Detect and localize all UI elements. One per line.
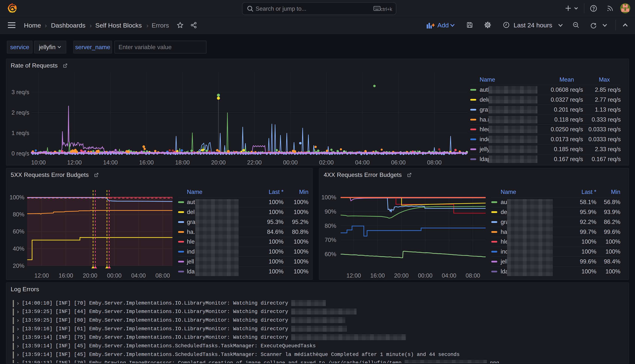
svg-text:14:00: 14:00 xyxy=(103,159,118,166)
svg-text:16:00: 16:00 xyxy=(370,272,385,279)
svg-text:00:00: 00:00 xyxy=(418,272,432,279)
svg-text:60%: 60% xyxy=(13,228,25,235)
svg-text:20:00: 20:00 xyxy=(211,159,226,166)
svg-text:12:00: 12:00 xyxy=(67,159,82,166)
svg-text:40%: 40% xyxy=(13,246,25,252)
svg-text:10:00: 10:00 xyxy=(31,159,46,166)
svg-text:20:00: 20:00 xyxy=(83,272,97,279)
svg-text:20:00: 20:00 xyxy=(394,272,409,279)
svg-text:16:00: 16:00 xyxy=(139,159,154,166)
svg-text:04:00: 04:00 xyxy=(355,159,370,166)
svg-text:2 req/s: 2 req/s xyxy=(12,109,29,116)
svg-text:00:00: 00:00 xyxy=(283,159,298,166)
svg-text:06:00: 06:00 xyxy=(391,159,406,166)
svg-text:16:00: 16:00 xyxy=(59,272,73,279)
svg-text:20%: 20% xyxy=(13,262,25,269)
svg-text:80%: 80% xyxy=(13,211,25,218)
svg-text:100%: 100% xyxy=(10,194,25,201)
svg-text:04:00: 04:00 xyxy=(131,272,146,279)
svg-text:90%: 90% xyxy=(325,208,336,215)
svg-text:1 req/s: 1 req/s xyxy=(12,130,29,136)
svg-text:22:00: 22:00 xyxy=(247,159,262,166)
svg-text:80%: 80% xyxy=(325,222,336,229)
svg-text:100%: 100% xyxy=(321,194,336,201)
svg-text:0 req/s: 0 req/s xyxy=(12,150,29,157)
svg-text:12:00: 12:00 xyxy=(346,272,361,279)
svg-text:04:00: 04:00 xyxy=(442,272,456,279)
svg-text:3 req/s: 3 req/s xyxy=(12,89,29,96)
svg-text:12:00: 12:00 xyxy=(34,272,49,279)
svg-text:08:00: 08:00 xyxy=(155,272,170,279)
svg-text:08:00: 08:00 xyxy=(465,272,480,279)
svg-text:60%: 60% xyxy=(325,251,336,258)
svg-text:00:00: 00:00 xyxy=(107,272,122,279)
svg-text:08:00: 08:00 xyxy=(427,159,442,166)
svg-text:70%: 70% xyxy=(325,237,336,243)
svg-text:02:00: 02:00 xyxy=(319,159,334,166)
svg-text:18:00: 18:00 xyxy=(175,159,190,166)
